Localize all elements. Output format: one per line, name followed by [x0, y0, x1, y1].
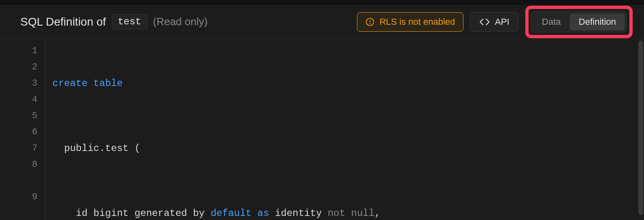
line-number: 6 — [0, 124, 37, 140]
line-number: 1 — [0, 43, 37, 59]
api-button-label: API — [495, 17, 509, 27]
code-line: public.test ( — [52, 140, 636, 157]
line-number: 3 — [0, 75, 37, 92]
svg-point-2 — [370, 24, 370, 24]
code-content[interactable]: create table public.test ( id bigint gen… — [45, 39, 644, 220]
line-number: 7 — [0, 140, 37, 157]
tab-definition[interactable]: Definition — [570, 13, 625, 30]
page-title: SQL Definition of test (Read only) — [20, 14, 208, 29]
editor-header: SQL Definition of test (Read only) RLS i… — [0, 5, 644, 39]
tab-data[interactable]: Data — [533, 13, 570, 30]
line-number: 5 — [0, 108, 37, 124]
code-icon — [479, 18, 490, 26]
annotation-highlight: Data Definition — [525, 6, 633, 38]
rls-label: RLS is not enabled — [379, 17, 455, 27]
sql-editor: 1 2 3 4 5 6 7 8 9 create table public.te… — [0, 39, 644, 220]
line-number — [0, 173, 37, 189]
scrollbar-thumb[interactable] — [638, 41, 643, 215]
readonly-label: (Read only) — [153, 15, 207, 28]
title-prefix: SQL Definition of — [20, 15, 106, 28]
table-name-chip: test — [112, 14, 148, 29]
alert-circle-icon — [366, 17, 374, 26]
rls-not-enabled-badge[interactable]: RLS is not enabled — [357, 12, 463, 32]
line-number: 2 — [0, 59, 37, 75]
scrollbar-vertical[interactable] — [638, 41, 643, 215]
line-number: 9 — [0, 189, 37, 205]
line-number-gutter: 1 2 3 4 5 6 7 8 9 — [0, 39, 45, 220]
line-number: 8 — [0, 157, 37, 173]
line-number: 4 — [0, 92, 37, 108]
api-button[interactable]: API — [470, 12, 518, 32]
code-line: create table — [52, 75, 636, 92]
view-toggle: Data Definition — [531, 11, 627, 32]
code-line: id bigint generated by default as identi… — [52, 205, 636, 220]
